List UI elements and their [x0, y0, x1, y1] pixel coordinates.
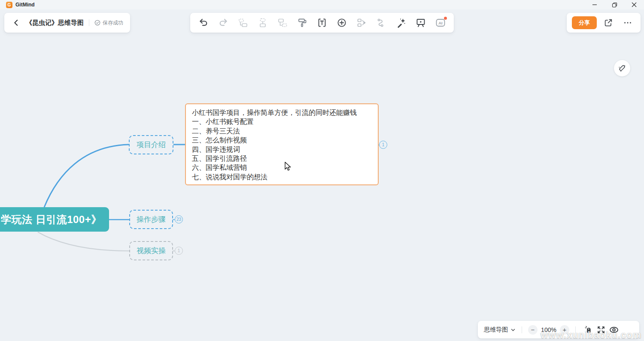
back-button[interactable]	[11, 18, 21, 28]
insert-plus-icon	[337, 18, 347, 28]
close-button[interactable]	[624, 0, 644, 9]
insert-button[interactable]	[332, 13, 352, 33]
note-line: 三、怎么制作视频	[192, 136, 372, 145]
relation-line-button[interactable]	[371, 13, 391, 33]
note-line: 一、小红书账号配置	[192, 117, 372, 126]
minimize-button[interactable]	[585, 0, 605, 9]
note-line: 二、养号三天法	[192, 127, 372, 136]
insert-parent-node-icon	[258, 18, 268, 28]
undo-button[interactable]	[194, 13, 213, 33]
note-line: 小红书国学项目，操作简单方便，引流的同时还能赚钱	[192, 108, 372, 117]
format-painter-button[interactable]	[292, 13, 312, 33]
note-node[interactable]: 小红书国学项目，操作简单方便，引流的同时还能赚钱 一、小红书账号配置 二、养号三…	[185, 103, 379, 185]
node-project-intro[interactable]: 项目介绍	[129, 135, 173, 154]
check-circle-icon	[94, 20, 100, 26]
insert-sibling-node-button[interactable]	[233, 13, 253, 33]
magic-pen-tool-button[interactable]	[614, 60, 630, 76]
more-menu-button[interactable]	[620, 13, 635, 33]
magic-pen-icon	[617, 63, 627, 73]
format-painter-icon	[297, 18, 307, 28]
watermark: www.xunibaoku.com	[541, 329, 641, 341]
note-line: 七、说说我对国学的想法	[192, 172, 372, 181]
summary-button[interactable]	[352, 13, 371, 33]
export-button[interactable]	[601, 13, 616, 33]
mouse-cursor	[285, 162, 293, 173]
restore-button[interactable]	[605, 0, 624, 9]
insert-parent-node-button[interactable]	[253, 13, 273, 33]
insert-text-icon	[317, 18, 327, 28]
insert-child-node-button[interactable]	[273, 13, 292, 33]
layout-mode-select[interactable]: 思维导图	[484, 326, 516, 334]
steps-collapse-badge[interactable]: 23	[175, 215, 183, 223]
zoom-out-button[interactable]: −	[528, 325, 538, 335]
summary-icon	[356, 18, 367, 28]
document-header: 《昆虫记》思维导图 保存成功	[4, 13, 130, 33]
titlebar: G GitMind	[0, 0, 644, 9]
note-collapse-badge[interactable]: 1	[379, 141, 387, 149]
connector-root-to-video	[38, 232, 129, 251]
insert-child-node-icon	[277, 18, 288, 28]
root-node[interactable]: 学玩法 日引流100+》	[0, 207, 109, 232]
open-external-icon	[604, 18, 613, 27]
node-operation-steps[interactable]: 操作步骤	[129, 210, 173, 229]
share-button[interactable]: 分享	[572, 16, 597, 29]
redo-button[interactable]	[213, 13, 233, 33]
window-controls	[585, 0, 644, 9]
chevron-down-icon	[510, 327, 516, 332]
beautify-wand-button[interactable]	[391, 13, 411, 33]
presentation-icon	[416, 18, 426, 28]
magic-wand-icon	[396, 18, 406, 28]
insert-text-button[interactable]	[312, 13, 332, 33]
note-line: 四、国学违规词	[192, 145, 372, 154]
note-line: 五、国学引流路径	[192, 154, 372, 163]
share-toolbar: 分享	[567, 13, 641, 33]
undo-icon	[198, 18, 209, 28]
relation-line-icon	[376, 18, 386, 28]
main-toolbar: AI	[190, 13, 454, 33]
ai-assistant-button[interactable]: AI	[431, 13, 450, 33]
ai-notification-dot	[444, 17, 447, 20]
connector-root-to-project-intro	[44, 145, 129, 207]
app-name: GitMind	[15, 2, 35, 8]
gitmind-logo-icon: G	[6, 2, 12, 8]
save-status-label: 保存成功	[103, 19, 123, 27]
svg-text:AI: AI	[438, 21, 443, 25]
node-video-practice[interactable]: 视频实操	[129, 241, 173, 260]
note-line: 六、国学私域营销	[192, 163, 372, 172]
presentation-button[interactable]	[411, 13, 431, 33]
more-dots-icon	[623, 18, 632, 27]
layout-mode-label: 思维导图	[484, 326, 508, 334]
redo-icon	[218, 18, 228, 28]
header-divider	[89, 19, 89, 26]
save-status: 保存成功	[94, 19, 123, 27]
document-title[interactable]: 《昆虫记》思维导图	[26, 19, 84, 27]
insert-sibling-node-icon	[238, 18, 248, 28]
bar-divider	[522, 326, 522, 333]
video-collapse-badge[interactable]: 1	[175, 247, 183, 255]
